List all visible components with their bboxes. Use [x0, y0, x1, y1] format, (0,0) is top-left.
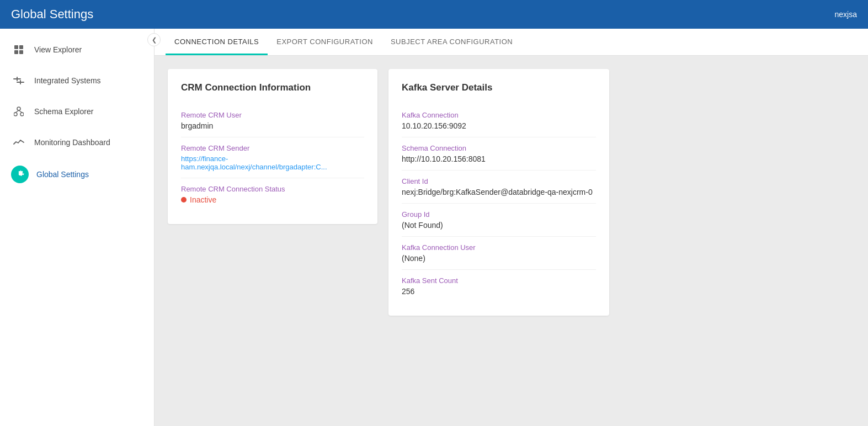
- tab-export-configuration[interactable]: EXPORT CONFIGURATION: [268, 29, 382, 55]
- schema-connection-label: Schema Connection: [402, 144, 596, 152]
- crm-remote-sender-value: https://finance-ham.nexjqa.local/nexj/ch…: [181, 155, 364, 171]
- sidebar-item-monitoring-dashboard[interactable]: Monitoring Dashboard: [0, 127, 154, 158]
- kafka-sent-count-label: Kafka Sent Count: [402, 276, 596, 285]
- crm-remote-sender-label: Remote CRM Sender: [181, 144, 364, 152]
- sidebar-label-monitoring-dashboard: Monitoring Dashboard: [34, 138, 110, 147]
- crm-remote-user-row: Remote CRM User brgadmin: [181, 104, 364, 137]
- sidebar-label-schema-explorer: Schema Explorer: [34, 107, 93, 116]
- monitoring-dashboard-icon: [11, 135, 26, 150]
- status-inactive-dot: [181, 197, 187, 203]
- kafka-sent-count-value: 256: [402, 287, 596, 296]
- svg-point-6: [20, 113, 24, 116]
- svg-rect-0: [14, 45, 18, 49]
- sidebar-collapse-button[interactable]: ❮: [147, 33, 161, 46]
- group-id-value: (Not Found): [402, 221, 596, 230]
- kafka-connection-user-label: Kafka Connection User: [402, 243, 596, 252]
- sidebar-item-global-settings[interactable]: Global Settings: [0, 158, 154, 191]
- client-id-label: Client Id: [402, 177, 596, 185]
- global-settings-icon: [11, 166, 29, 183]
- main-content: CRM Connection Information Remote CRM Us…: [155, 56, 868, 426]
- crm-connection-status-row: Remote CRM Connection Status Inactive: [181, 178, 364, 211]
- kafka-server-card: Kafka Server Details Kafka Connection 10…: [388, 69, 609, 316]
- schema-connection-row: Schema Connection http://10.10.20.156:80…: [402, 137, 596, 171]
- svg-rect-3: [19, 50, 23, 54]
- group-id-row: Group Id (Not Found): [402, 204, 596, 237]
- kafka-connection-user-row: Kafka Connection User (None): [402, 237, 596, 270]
- crm-connection-status-label: Remote CRM Connection Status: [181, 185, 364, 193]
- kafka-connection-row: Kafka Connection 10.10.20.156:9092: [402, 104, 596, 137]
- sidebar-item-view-explorer[interactable]: View Explorer: [0, 34, 154, 65]
- user-label: nexjsa: [835, 10, 857, 19]
- client-id-row: Client Id nexj:Bridge/brg:KafkaSender@da…: [402, 171, 596, 204]
- sidebar-item-schema-explorer[interactable]: Schema Explorer: [0, 96, 154, 127]
- group-id-label: Group Id: [402, 210, 596, 219]
- sidebar: ❮ View Explorer: [0, 29, 155, 426]
- schema-explorer-icon: [11, 104, 26, 119]
- crm-connection-card: CRM Connection Information Remote CRM Us…: [168, 69, 377, 224]
- kafka-sent-count-row: Kafka Sent Count 256: [402, 270, 596, 302]
- svg-point-4: [17, 107, 20, 110]
- main-layout: ❮ View Explorer: [0, 29, 868, 426]
- content-area: CONNECTION DETAILS EXPORT CONFIGURATION …: [155, 29, 868, 426]
- sidebar-nav: View Explorer Integrated Systems: [0, 29, 154, 196]
- top-header: Global Settings nexjsa: [0, 0, 868, 29]
- integrated-systems-icon: [11, 73, 26, 88]
- schema-connection-value: http://10.10.20.156:8081: [402, 155, 596, 163]
- page-title: Global Settings: [11, 7, 93, 22]
- crm-connection-status-value: Inactive: [181, 195, 364, 204]
- client-id-value: nexj:Bridge/brg:KafkaSender@databridge-q…: [402, 188, 596, 196]
- crm-remote-sender-row: Remote CRM Sender https://finance-ham.ne…: [181, 137, 364, 178]
- svg-rect-2: [14, 50, 18, 54]
- svg-point-5: [14, 113, 17, 116]
- sidebar-label-integrated-systems: Integrated Systems: [34, 76, 101, 85]
- sidebar-label-global-settings: Global Settings: [36, 170, 89, 179]
- sidebar-item-integrated-systems[interactable]: Integrated Systems: [0, 65, 154, 96]
- svg-rect-1: [19, 45, 23, 49]
- kafka-card-title: Kafka Server Details: [402, 82, 596, 93]
- tabs-bar: CONNECTION DETAILS EXPORT CONFIGURATION …: [155, 29, 868, 56]
- kafka-connection-label: Kafka Connection: [402, 111, 596, 119]
- crm-remote-user-value: brgadmin: [181, 121, 364, 130]
- tab-connection-details[interactable]: CONNECTION DETAILS: [166, 29, 268, 55]
- kafka-connection-user-value: (None): [402, 254, 596, 263]
- status-inactive-text: Inactive: [190, 195, 216, 204]
- crm-card-title: CRM Connection Information: [181, 82, 364, 93]
- crm-remote-user-label: Remote CRM User: [181, 111, 364, 119]
- kafka-connection-value: 10.10.20.156:9092: [402, 121, 596, 130]
- tab-subject-area-configuration[interactable]: SUBJECT AREA CONFIGURATION: [382, 29, 521, 55]
- sidebar-label-view-explorer: View Explorer: [34, 45, 82, 54]
- view-explorer-icon: [11, 42, 26, 57]
